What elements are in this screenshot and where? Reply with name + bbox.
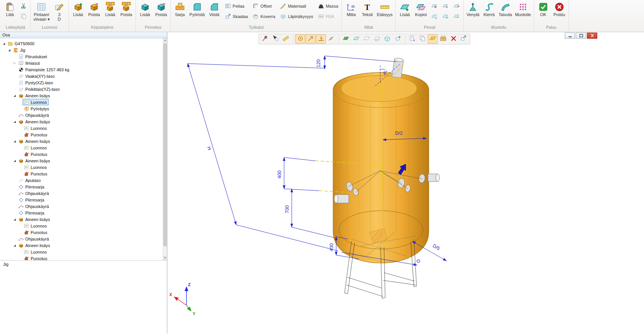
dimension-700[interactable]: 700 (284, 189, 335, 238)
open-out-button[interactable] (459, 34, 469, 44)
tree-item[interactable]: ◢Jig (0, 47, 163, 53)
material-button[interactable]: Materiaali (278, 1, 315, 11)
tree-item[interactable]: Pursotus (0, 151, 163, 157)
scene-3d[interactable]: H 120 8° D/2 (167, 32, 644, 334)
tree-item[interactable]: Ohjauskäyrä (0, 190, 163, 196)
text-button[interactable]: TTeksti (360, 1, 375, 18)
viewport-3d[interactable]: H 120 8° D/2 (167, 32, 644, 334)
surface-shade-button[interactable] (428, 34, 438, 44)
surface-sew-button[interactable] (451, 11, 462, 21)
tree-item[interactable]: ◢Aineen lisäys (0, 118, 163, 125)
exit-button[interactable]: Poistu (552, 1, 567, 18)
tree-item[interactable]: Piirresarja (0, 210, 163, 216)
delete-button[interactable] (448, 34, 458, 44)
surface-trim-button[interactable] (440, 1, 451, 11)
paste-button[interactable]: Liitä (2, 1, 18, 18)
tree-item[interactable]: Pyöräytys (0, 105, 163, 112)
mirror-button[interactable]: Peilaa (223, 1, 250, 11)
tree-item[interactable]: Pursotus (0, 131, 163, 138)
tank-model[interactable] (333, 57, 440, 263)
tree-item[interactable]: Aputaso (0, 177, 163, 183)
tree-item[interactable]: Piirresarja (0, 183, 163, 190)
expander-open-icon[interactable]: ◢ (2, 42, 7, 45)
sheet-list-button[interactable] (407, 34, 417, 44)
dimension-h[interactable]: H (188, 64, 338, 251)
tree-item[interactable]: Piirustukset (0, 53, 163, 60)
tree-item[interactable]: Luonnos (0, 249, 163, 255)
tree-item[interactable]: Luonnos (0, 144, 163, 151)
dimension-400-upper[interactable]: 400 (277, 157, 319, 191)
scroll-up-icon[interactable]: ▲ (163, 38, 167, 43)
expander-closed-icon[interactable]: ▷ (12, 62, 17, 65)
sketch-3d-button[interactable]: 3D (52, 1, 67, 22)
box-3d-button[interactable] (382, 34, 392, 44)
expander-open-icon[interactable]: ◢ (12, 140, 17, 143)
minimize-button[interactable] (565, 33, 575, 39)
mass-button[interactable]: Massa (316, 1, 340, 11)
twist-button[interactable]: Kierrä (481, 1, 497, 18)
snap-direction-button[interactable] (306, 34, 315, 44)
surface-move-button[interactable] (429, 11, 440, 21)
surface-extend-button[interactable] (451, 1, 462, 11)
coating-remove-button[interactable]: Poista (154, 1, 169, 18)
tree-item[interactable]: Piirresarja (0, 196, 163, 203)
face-select-green-button[interactable] (341, 34, 351, 44)
close-button[interactable] (587, 33, 597, 39)
tree-item[interactable]: Poikittais(YZ)-taso (0, 86, 163, 92)
pin-button[interactable] (260, 34, 270, 44)
tree-item[interactable]: Luonnos (0, 99, 163, 105)
maximize-button[interactable] (576, 33, 586, 39)
tree-item[interactable]: Ohjauskäyrä (0, 203, 163, 210)
tree-item[interactable]: ◢Aineen lisäys (0, 157, 163, 164)
expander-open-icon[interactable]: ◢ (12, 120, 17, 123)
stretch-button[interactable]: Venytä (465, 1, 481, 18)
bend-button[interactable]: Taivuta (497, 1, 513, 18)
tree-item[interactable]: Pursotus (0, 255, 163, 260)
sheet-copy-button[interactable] (417, 34, 427, 44)
fea-button[interactable]: FEAFEA (316, 11, 340, 21)
coating-add-button[interactable]: Lisää (137, 1, 153, 18)
scroll-thumb[interactable] (163, 43, 167, 246)
snap-edge-button[interactable] (326, 34, 336, 44)
tree-item[interactable]: Ohjauskäyrä (0, 236, 163, 242)
sketch-on-face-button[interactable]: Pintaan/viivaan ▾ (32, 1, 51, 22)
expander-open-icon[interactable]: ◢ (7, 49, 12, 52)
tree-item[interactable]: Vaaka(XY)-taso (0, 73, 163, 79)
chamfer-button[interactable]: Viistä (207, 1, 222, 18)
library-feature-add-numbered-button[interactable]: 12Lisää (103, 1, 118, 18)
expander-open-icon[interactable]: ◢ (12, 244, 17, 247)
copy-button[interactable] (18, 11, 29, 21)
scale-button[interactable]: Skaalaa (223, 11, 250, 21)
tree-item[interactable]: Luonnos (0, 125, 163, 131)
tree-scrollbar[interactable]: ▲ ▼ (163, 38, 167, 260)
box-pick-button[interactable] (392, 34, 402, 44)
cut-button[interactable] (18, 1, 29, 11)
tree-item[interactable]: ◢Aineen lisäys (0, 216, 163, 223)
nozzle-left[interactable] (334, 195, 349, 203)
expander-open-icon[interactable]: ◢ (12, 94, 17, 97)
fillet-button[interactable]: Pyöristä (188, 1, 206, 18)
tree-item[interactable]: Luonnos (0, 223, 163, 229)
tree-item[interactable]: Pursotus (0, 170, 163, 177)
library-feature-remove-button[interactable]: Poista (87, 1, 102, 18)
snap-point-button[interactable] (295, 34, 305, 44)
nozzle-right[interactable] (428, 174, 440, 182)
tree-item[interactable]: ▷Ilmiasut (0, 60, 163, 66)
tree-item[interactable]: Pursotus (0, 229, 163, 236)
plane-double-button[interactable] (372, 34, 382, 44)
surface-delete-button[interactable] (429, 1, 440, 11)
expander-open-icon[interactable]: ◢ (12, 218, 17, 221)
measure-button[interactable] (281, 34, 291, 44)
expander-open-icon[interactable]: ◢ (12, 159, 17, 162)
tree-item[interactable]: ◢G4T50600 (0, 40, 163, 47)
scroll-down-icon[interactable]: ▼ (163, 256, 167, 260)
drawer-button[interactable] (438, 34, 448, 44)
surface-copy-button[interactable]: Kopioi (413, 1, 428, 18)
tree-item[interactable]: ◢Aineen lisäys (0, 138, 163, 144)
tree-item[interactable]: Luonnos (0, 164, 163, 170)
library-feature-remove-numbered-button[interactable]: 12Poista (119, 1, 134, 18)
tree-item[interactable]: Pysty(XZ)-taso (0, 79, 163, 86)
offset-button[interactable]: Offset (250, 1, 277, 11)
tree-item[interactable]: Painopiste 1257.483 kg (0, 66, 163, 73)
transparency-button[interactable]: Läpinäkyvyys (278, 11, 315, 21)
